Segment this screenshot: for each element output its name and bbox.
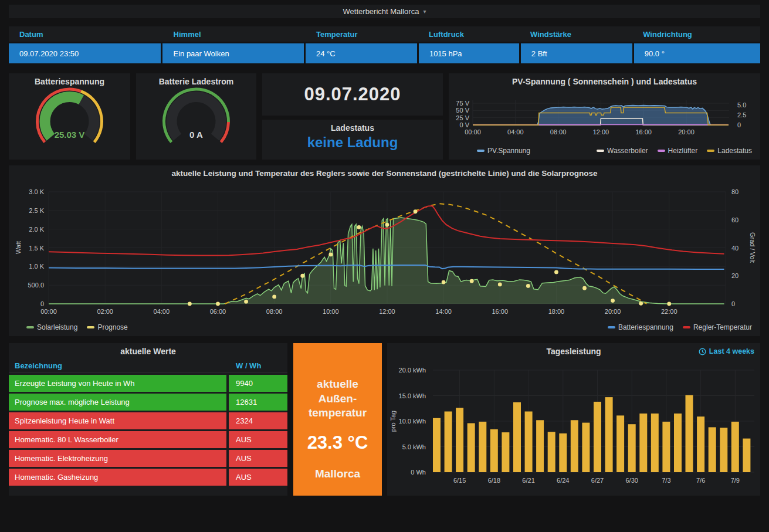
- weather-column-header: Himmel: [163, 30, 306, 39]
- svg-text:22:00: 22:00: [661, 308, 677, 315]
- pv-voltage-panel: PV-Spannung ( Sonnenschein ) und Ladesta…: [449, 73, 760, 160]
- svg-text:04:00: 04:00: [507, 128, 524, 135]
- svg-text:6/15: 6/15: [453, 477, 466, 484]
- value-row-value: 12631: [229, 394, 287, 411]
- values-table-rows: Erzeugte Leistung von Heute in Wh9940Pro…: [9, 375, 287, 486]
- svg-text:6/24: 6/24: [557, 477, 569, 484]
- svg-text:1.5 K: 1.5 K: [29, 245, 44, 252]
- svg-text:0 Wh: 0 Wh: [411, 469, 426, 476]
- battery-voltage-gauge-panel: Batteriespannung 25.03 V: [9, 73, 130, 160]
- table-row: Homematic. ElektroheizungAUS: [9, 450, 287, 467]
- panel-title: Batterie Ladestrom: [136, 73, 256, 86]
- values-table-header: Bezeichnung W / Wh: [9, 358, 287, 373]
- svg-text:5.0: 5.0: [737, 101, 746, 109]
- weather-cell: 90.0 °: [634, 43, 760, 63]
- svg-text:50 V: 50 V: [456, 107, 469, 114]
- legend-label: Solarleistung: [37, 323, 77, 331]
- legend-swatch: [597, 150, 604, 152]
- value-row-value: AUS: [229, 469, 287, 486]
- svg-text:25 V: 25 V: [456, 114, 469, 121]
- legend-swatch: [658, 150, 665, 152]
- legend-label: PV.Spannung: [487, 147, 530, 155]
- panel-title: Ladestatus: [262, 120, 443, 133]
- legend-item-prognose[interactable]: Prognose: [87, 323, 127, 331]
- time-range-label: Last 4 weeks: [709, 347, 754, 355]
- svg-text:Watt: Watt: [15, 241, 22, 254]
- svg-text:2.5: 2.5: [737, 111, 746, 118]
- value-row-label: Homematic. Elektroheizung: [9, 450, 226, 467]
- legend-swatch: [477, 150, 485, 152]
- legend-label: Ladestatus: [717, 147, 752, 155]
- weather-column-header: Datum: [9, 30, 163, 39]
- legend-item-ladestatus[interactable]: Ladestatus: [707, 147, 752, 155]
- svg-text:7/9: 7/9: [731, 477, 740, 484]
- chevron-down-icon: ▾: [423, 8, 426, 15]
- svg-text:10.0 kWh: 10.0 kWh: [399, 418, 426, 425]
- legend-swatch: [26, 326, 34, 328]
- temperature-title: aktuelle Außen- temperatur: [293, 377, 382, 421]
- panel-title: aktuelle Leistung und Temperatur des Reg…: [9, 165, 760, 178]
- weather-table-panel: DatumHimmelTemperaturLuftdruckWindstärke…: [9, 26, 760, 63]
- svg-text:20:00: 20:00: [605, 308, 621, 315]
- legend-item-wasserboiler[interactable]: Wasserboiler: [597, 147, 648, 155]
- svg-text:40: 40: [731, 245, 738, 252]
- value-row-label: Erzeugte Leistung von Heute in Wh: [9, 375, 226, 392]
- value-row-value: 9940: [229, 375, 287, 392]
- legend-item-pv-spannung[interactable]: PV.Spannung: [477, 147, 530, 155]
- weather-table-row: 09.07.2020 23:50Ein paar Wolken24 °C1015…: [9, 43, 760, 63]
- temperature-value: 23.3 °C: [293, 432, 382, 453]
- value-row-value: AUS: [229, 450, 287, 467]
- value-row-value: AUS: [229, 431, 287, 448]
- legend-label: Wasserboiler: [607, 147, 648, 155]
- main-legend-left: SolarleistungPrognose: [26, 323, 128, 331]
- svg-text:12:00: 12:00: [379, 308, 395, 315]
- svg-text:0: 0: [40, 300, 44, 307]
- value-row-label: Prognose max. mögliche Leistung: [9, 394, 226, 411]
- panel-title: Batteriespannung: [9, 73, 130, 86]
- weather-column-header: Windstärke: [520, 30, 632, 39]
- svg-text:60: 60: [731, 216, 738, 223]
- svg-text:2.0 K: 2.0 K: [29, 226, 44, 233]
- legend-label: Prognose: [97, 323, 127, 331]
- table-row: Homematic. 80 L WasserboilerAUS: [9, 431, 287, 448]
- svg-text:15.0 kWh: 15.0 kWh: [399, 392, 426, 399]
- daily-output-chart: 0 Wh5.0 kWh10.0 kWh15.0 kWh20.0 kWh6/156…: [387, 343, 760, 496]
- charge-status-value: keine Ladung: [262, 134, 443, 151]
- svg-text:06:00: 06:00: [210, 308, 226, 315]
- column-header-bezeichnung: Bezeichnung: [9, 361, 229, 370]
- weather-table-header: DatumHimmelTemperaturLuftdruckWindstärke…: [9, 26, 760, 42]
- gauge-value: 25.03 V: [9, 130, 130, 140]
- svg-text:6/27: 6/27: [591, 477, 604, 484]
- date-panel: 09.07.2020: [262, 73, 443, 116]
- svg-text:18:00: 18:00: [548, 308, 565, 315]
- svg-text:16:00: 16:00: [635, 128, 652, 135]
- gauge-value: 0 A: [136, 130, 256, 140]
- table-row: Prognose max. mögliche Leistung12631: [9, 394, 287, 411]
- row-title: Wetterbericht Mallorca: [343, 7, 419, 16]
- svg-text:0 V: 0 V: [459, 121, 469, 128]
- temperature-location: Mallorca: [293, 467, 382, 480]
- charge-status-panel: Ladestatus keine Ladung: [262, 120, 443, 160]
- battery-current-gauge-panel: Batterie Ladestrom 0 A: [136, 73, 256, 160]
- daily-output-panel: Tagesleistung Last 4 weeks 0 Wh5.0 kWh10…: [387, 343, 760, 496]
- legend-label: Regler-Temperatur: [693, 323, 752, 331]
- power-temperature-panel: aktuelle Leistung und Temperatur des Reg…: [9, 165, 760, 336]
- pv-legend-left: PV.Spannung: [477, 147, 530, 155]
- value-row-label: Spitzenleistung Heute in Watt: [9, 412, 226, 429]
- svg-text:12:00: 12:00: [593, 128, 609, 135]
- legend-item-heizl-fter[interactable]: Heizlüfter: [658, 147, 698, 155]
- battery-current-gauge: [136, 86, 256, 152]
- legend-item-solarleistung[interactable]: Solarleistung: [26, 323, 77, 331]
- weather-cell: 09.07.2020 23:50: [9, 43, 161, 63]
- legend-swatch: [608, 326, 615, 328]
- svg-text:6/30: 6/30: [625, 477, 638, 484]
- weather-column-header: Windrichtung: [632, 30, 760, 39]
- legend-item-batteriespannung[interactable]: Batteriespannung: [608, 323, 673, 331]
- svg-text:6/18: 6/18: [488, 477, 500, 484]
- time-range-selector[interactable]: Last 4 weeks: [699, 347, 754, 355]
- legend-item-regler-temperatur[interactable]: Regler-Temperatur: [683, 323, 752, 331]
- dashboard-row-header[interactable]: Wetterbericht Mallorca ▾: [9, 5, 760, 18]
- weather-cell: Ein paar Wolken: [162, 43, 304, 63]
- svg-text:20.0 kWh: 20.0 kWh: [399, 367, 426, 374]
- svg-text:16:00: 16:00: [492, 308, 509, 315]
